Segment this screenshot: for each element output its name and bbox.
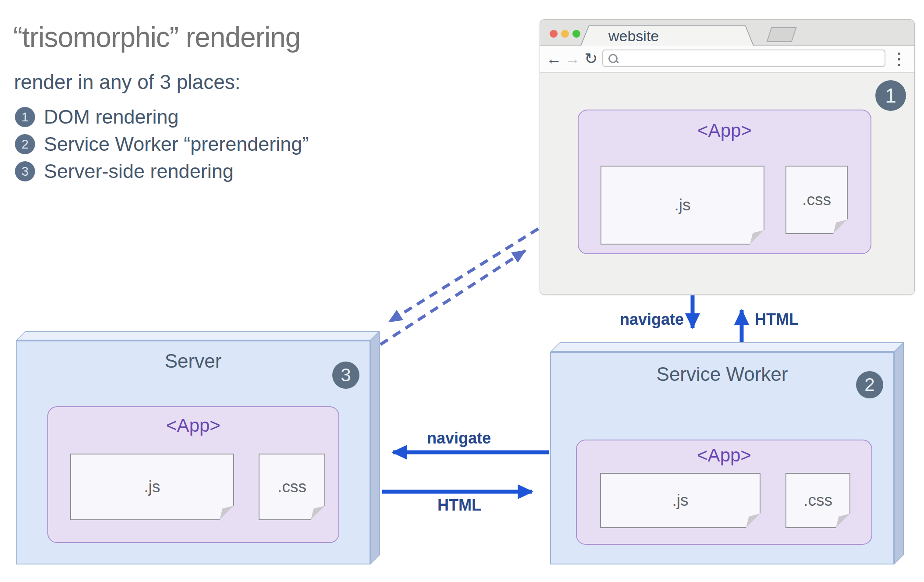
close-window-icon[interactable] [550,30,558,38]
new-tab-button[interactable] [766,27,796,42]
service-worker-box: Service Worker 2 <App> .js .css [550,352,894,564]
legend-label: Server-side rendering [44,160,234,183]
app-container: <App> .js .css [576,440,872,545]
browser-window: website ← → ↻ ⋮ 1 <App> .js [540,20,914,295]
app-title: <App> [579,120,871,141]
service-worker-box-right-face [894,342,904,564]
browser-tab-bar: website [540,20,914,46]
minimize-window-icon[interactable] [561,30,569,38]
file-label: .css [277,478,306,496]
search-icon [608,54,618,63]
file-label: .css [802,191,831,209]
js-file-icon: .js [70,454,234,520]
app-title: <App> [577,445,871,466]
step-badge-2: 2 [856,371,883,398]
html-right-label: HTML [437,496,481,515]
file-label: .js [144,478,160,496]
browser-toolbar: ← → ↻ ⋮ [540,46,914,73]
page-title: “trisomorphic” rendering [13,21,300,53]
server-title: Server [16,350,370,372]
navigate-left-label: navigate [427,429,491,447]
css-file-icon: .css [785,473,850,528]
server-box: Server 3 <App> .js .css [16,341,370,564]
js-file-icon: .js [601,166,764,245]
service-worker-title: Service Worker [550,363,894,385]
back-icon[interactable]: ← [545,48,563,69]
service-worker-box-top-face [550,342,904,352]
legend-item-server-side: 3 Server-side rendering [15,161,234,182]
file-label: .js [675,196,691,214]
forward-icon[interactable]: → [564,48,581,69]
legend-item-dom: 1 DOM rendering [15,106,179,128]
app-title: <App> [48,415,338,436]
legend-label: DOM rendering [44,106,179,128]
maximize-window-icon[interactable] [572,30,580,38]
app-container: <App> .js .css [578,110,871,254]
url-bar[interactable] [602,50,885,67]
browser-viewport: 1 <App> .js .css [540,73,914,295]
tab-title: website [581,28,659,45]
legend-item-service-worker: 2 Service Worker “prerendering” [15,134,309,155]
html-up-label: HTML [755,310,799,329]
menu-dots-icon[interactable]: ⋮ [891,48,907,69]
server-box-top-face [16,331,380,341]
browser-tab[interactable]: website [580,25,754,46]
app-container: <App> .js .css [47,406,339,543]
diagram-canvas: “trisomorphic” rendering render in any o… [0,0,924,582]
navigate-down-label: navigate [620,310,684,329]
legend-number-badge: 2 [15,134,35,154]
server-box-right-face [370,331,380,564]
file-label: .css [803,491,832,510]
dashed-arrow-to-server [389,229,538,322]
reload-icon[interactable]: ↻ [582,48,600,69]
css-file-icon: .css [785,166,848,234]
file-label: .js [672,491,689,510]
step-badge-3: 3 [332,362,359,389]
legend-number-badge: 3 [15,161,35,181]
css-file-icon: .css [259,454,325,520]
legend-number-badge: 1 [15,107,35,127]
legend-label: Service Worker “prerendering” [44,133,309,156]
subtitle: render in any of 3 places: [14,70,241,94]
step-badge-1: 1 [875,80,906,111]
js-file-icon: .js [600,473,761,528]
dashed-arrow-to-browser [380,251,525,344]
